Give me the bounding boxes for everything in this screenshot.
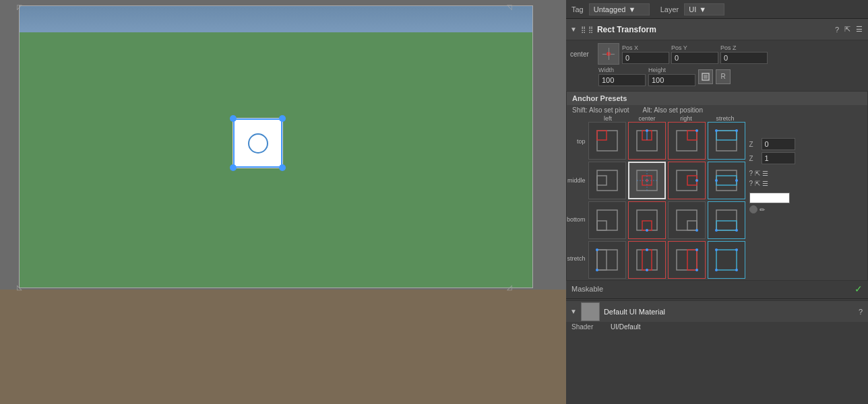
sky (19, 5, 533, 32)
row-label-top: top (567, 122, 588, 161)
menu-icon-side2[interactable]: ☰ (762, 180, 768, 187)
anchor-stretch-right[interactable] (668, 241, 706, 279)
help-icon[interactable]: ? (834, 24, 840, 35)
svg-point-55 (735, 248, 738, 251)
blueprint-icon[interactable] (698, 69, 713, 84)
handle-tl[interactable] (230, 115, 237, 122)
pos-y-input[interactable] (671, 52, 718, 64)
component-title: Rect Transform (597, 25, 830, 34)
anchor-top-stretch[interactable] (708, 122, 745, 160)
material-header: ▼ Default UI Material ? (566, 300, 868, 322)
tag-value: Untagged (594, 5, 626, 13)
row-labels: top middle bottom stretch (567, 122, 588, 280)
handle-tr[interactable] (279, 115, 286, 122)
pos-fields: Pos X Pos Y Pos Z (622, 44, 768, 64)
tag-dropdown-arrow: ▼ (628, 5, 636, 13)
collapse-arrow-icon[interactable]: ▼ (570, 26, 577, 33)
scene-object[interactable] (232, 118, 283, 168)
anchor-stretch-left[interactable] (588, 241, 626, 279)
circle-btn[interactable] (749, 205, 757, 213)
svg-point-43 (596, 248, 598, 251)
object-inner-circle (248, 133, 268, 154)
svg-rect-35 (687, 221, 697, 230)
svg-point-54 (715, 248, 718, 251)
anchor-header: Anchor Presets (567, 92, 867, 105)
anchor-middle-right[interactable] (668, 162, 706, 199)
anchor-bottom-stretch[interactable] (708, 201, 745, 239)
layer-dropdown[interactable]: UI ▼ (684, 3, 724, 15)
anchor-top-left[interactable] (588, 122, 626, 160)
anchor-top-center[interactable] (628, 122, 666, 160)
z-input-0[interactable] (762, 138, 795, 150)
material-help-icon[interactable]: ? (857, 306, 864, 317)
handle-br[interactable] (279, 164, 286, 171)
corner-bl: ◺ (17, 283, 22, 291)
height-input[interactable] (648, 74, 695, 86)
svg-point-36 (695, 229, 698, 232)
eyedropper-row: ✏ (749, 205, 865, 213)
pivot-icon[interactable] (598, 43, 619, 65)
svg-rect-16 (597, 176, 607, 185)
z-input-1[interactable] (762, 152, 795, 164)
svg-rect-1 (704, 75, 708, 79)
svg-rect-31 (637, 210, 657, 230)
height-field: Height (648, 67, 695, 86)
anchor-middle-center[interactable] (628, 162, 666, 199)
col-label-right: right (666, 115, 706, 122)
svg-rect-8 (677, 131, 697, 151)
svg-rect-23 (687, 176, 697, 185)
layout-icon-side[interactable]: ⇱ (755, 170, 760, 177)
svg-rect-46 (642, 250, 652, 270)
anchor-top-right[interactable] (668, 122, 706, 160)
handle-bl[interactable] (230, 164, 237, 171)
scene-view: ◸ ◹ ◺ ◿ (0, 0, 566, 404)
svg-point-27 (715, 179, 718, 182)
svg-rect-11 (716, 131, 737, 151)
help-icon-side[interactable]: ? (749, 170, 753, 177)
svg-rect-22 (677, 170, 697, 191)
svg-point-13 (715, 129, 718, 132)
pivot-dot (607, 52, 611, 56)
svg-point-56 (715, 269, 718, 271)
width-input[interactable] (598, 74, 646, 86)
anchor-bottom-right[interactable] (668, 201, 706, 239)
svg-point-48 (646, 269, 648, 271)
anchor-middle-stretch[interactable] (708, 162, 745, 199)
col-label-left: left (588, 115, 627, 122)
expand-icon[interactable]: ⇱ (843, 24, 852, 35)
svg-point-40 (735, 229, 738, 232)
tag-dropdown[interactable]: Untagged ▼ (589, 3, 650, 15)
color-swatch[interactable] (749, 193, 790, 203)
alt-text: Alt: Also set position (643, 106, 704, 114)
shader-row: Shader UI/Default (566, 322, 868, 332)
eyedropper-icon[interactable]: ✏ (760, 206, 765, 213)
material-collapse-arrow[interactable]: ▼ (570, 308, 577, 315)
help-icon-side2[interactable]: ? (749, 180, 753, 187)
anchor-bottom-left[interactable] (588, 201, 626, 239)
tag-label: Tag (571, 5, 584, 13)
anchor-stretch-center[interactable] (628, 241, 666, 279)
pos-z-input[interactable] (720, 52, 768, 64)
color-area: ✏ (749, 193, 865, 213)
anchor-middle-left[interactable] (588, 162, 626, 199)
pos-z-label: Pos Z (720, 44, 768, 51)
col-label-center: center (627, 115, 666, 122)
anchor-stretch-stretch[interactable] (708, 241, 745, 279)
material-thumbnail[interactable] (581, 302, 600, 321)
side-icon-row-1: ? ⇱ ☰ (749, 170, 865, 177)
anchor-bottom-center[interactable] (628, 201, 666, 239)
layout-icon-side2[interactable]: ⇱ (755, 180, 760, 187)
svg-rect-3 (597, 131, 607, 140)
svg-rect-50 (687, 250, 697, 270)
shift-text: Shift: Also set pivot (572, 106, 629, 114)
r-button[interactable]: R (716, 69, 731, 84)
pos-x-input[interactable] (622, 52, 669, 64)
row-label-middle: middle (567, 161, 588, 200)
pos-x-label: Pos X (622, 44, 669, 51)
row-label-stretch: stretch (567, 239, 588, 278)
z-value-section: Z Z (749, 138, 865, 164)
layer-label: Layer (660, 5, 679, 13)
menu-icon[interactable]: ☰ (855, 24, 864, 35)
anchor-col-labels: left center right stretch (588, 115, 747, 122)
menu-icon-side[interactable]: ☰ (762, 170, 768, 177)
